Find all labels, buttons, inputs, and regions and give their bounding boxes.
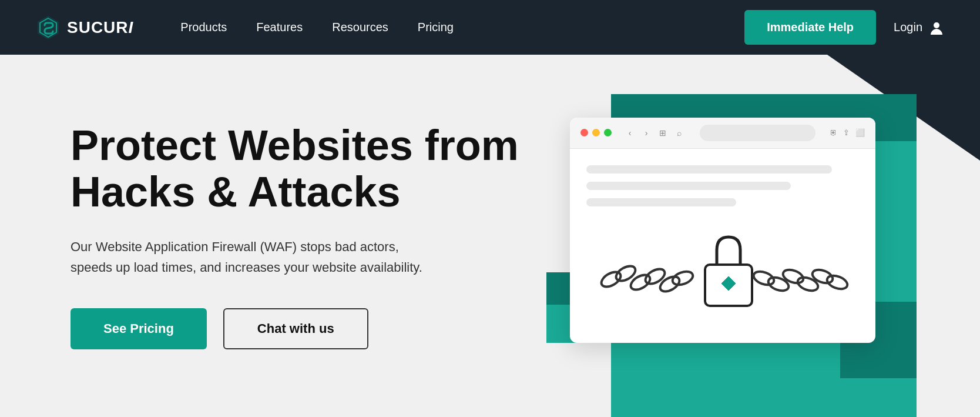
nav-resources[interactable]: Resources bbox=[332, 21, 388, 34]
svg-point-12 bbox=[781, 267, 806, 285]
nav-pricing[interactable]: Pricing bbox=[418, 21, 454, 34]
svg-point-1 bbox=[934, 22, 939, 28]
hero-illustration: ‹ › ⊞ ⌕ ⛨ ⇪ ⬜ bbox=[564, 129, 881, 343]
browser-traffic-lights bbox=[580, 129, 612, 136]
navbar: SUCURi Products Features Resources Prici… bbox=[0, 0, 980, 55]
browser-toolbar: ‹ › ⊞ ⌕ ⛨ ⇪ ⬜ bbox=[570, 118, 875, 149]
browser-content bbox=[570, 149, 875, 343]
svg-point-11 bbox=[767, 275, 791, 293]
search-icon: ⌕ bbox=[673, 126, 686, 139]
nav-right: Immediate Help Login bbox=[744, 10, 945, 45]
hero-buttons: See Pricing Chat with us bbox=[71, 308, 529, 349]
svg-point-13 bbox=[796, 275, 820, 293]
content-line-3 bbox=[586, 198, 736, 206]
see-pricing-button[interactable]: See Pricing bbox=[71, 308, 207, 349]
svg-point-7 bbox=[671, 269, 695, 287]
browser-mockup: ‹ › ⊞ ⌕ ⛨ ⇪ ⬜ bbox=[570, 118, 875, 343]
browser-nav: ‹ › ⊞ ⌕ bbox=[623, 126, 686, 139]
chat-button[interactable]: Chat with us bbox=[223, 308, 368, 349]
back-icon: ‹ bbox=[623, 126, 636, 139]
login-area[interactable]: Login bbox=[894, 19, 945, 36]
hero-title: Protect Websites from Hacks & Attacks bbox=[71, 122, 529, 215]
nav-features[interactable]: Features bbox=[256, 21, 303, 34]
lock-chain-illustration bbox=[588, 221, 858, 326]
hero-subtitle: Our Website Application Firewall (WAF) s… bbox=[71, 236, 435, 278]
content-line-1 bbox=[586, 165, 832, 174]
logo[interactable]: SUCURi bbox=[35, 15, 133, 41]
login-label: Login bbox=[894, 21, 922, 34]
close-dot bbox=[580, 129, 588, 136]
nav-links: Products Features Resources Pricing bbox=[180, 21, 744, 34]
nav-products[interactable]: Products bbox=[180, 21, 227, 34]
shield-icon: ⛨ bbox=[830, 128, 837, 137]
svg-point-5 bbox=[643, 266, 667, 286]
svg-point-15 bbox=[825, 273, 850, 291]
forward-icon: › bbox=[640, 126, 653, 139]
url-bar bbox=[700, 125, 815, 141]
immediate-help-button[interactable]: Immediate Help bbox=[744, 10, 876, 45]
maximize-dot bbox=[604, 129, 612, 136]
minimize-dot bbox=[592, 129, 600, 136]
grid-icon: ⊞ bbox=[656, 126, 669, 139]
sucuri-logo-icon bbox=[35, 15, 61, 41]
hero-content: Protect Websites from Hacks & Attacks Ou… bbox=[71, 122, 529, 350]
user-icon bbox=[928, 19, 945, 36]
expand-icon: ⬜ bbox=[855, 128, 865, 137]
hero-section: Protect Websites from Hacks & Attacks Ou… bbox=[0, 55, 980, 417]
share-icon: ⇪ bbox=[843, 128, 850, 137]
browser-right-icons: ⛨ ⇪ ⬜ bbox=[830, 128, 865, 137]
logo-text: SUCURi bbox=[67, 18, 133, 37]
content-line-2 bbox=[586, 182, 791, 190]
